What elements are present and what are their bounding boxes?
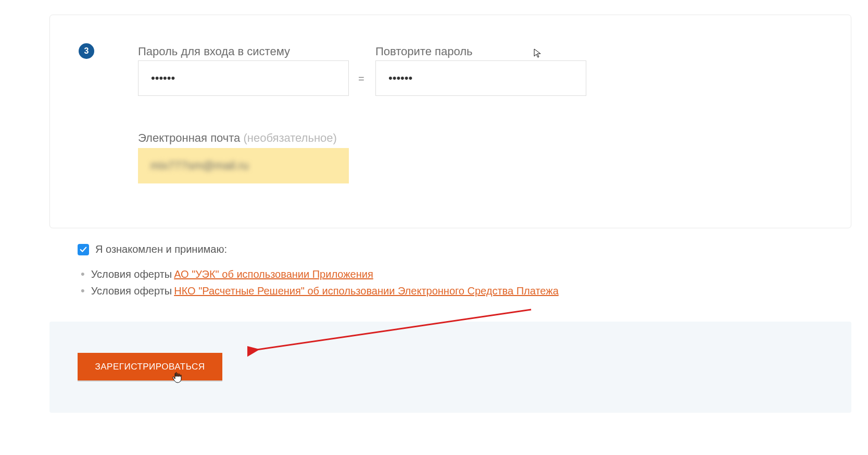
repeat-password-input[interactable] xyxy=(375,60,586,96)
list-item: Условия оферты АО "УЭК" об использовании… xyxy=(81,266,559,282)
email-optional-hint: (необязательное) xyxy=(243,131,336,144)
step-badge: 3 xyxy=(79,43,94,59)
consent-row: Я ознакомлен и принимаю: xyxy=(78,243,227,255)
password-input[interactable] xyxy=(138,60,349,96)
step-number: 3 xyxy=(84,46,89,56)
repeat-password-label: Повторите пароль xyxy=(375,45,472,58)
consent-checkbox[interactable] xyxy=(78,244,89,255)
terms-link-nko[interactable]: НКО "Расчетные Решения" об использовании… xyxy=(174,285,559,297)
email-label: Электронная почта (необязательное) xyxy=(138,131,337,145)
email-value: mix777sm@mail.ru xyxy=(150,159,249,173)
consent-label: Я ознакомлен и принимаю: xyxy=(95,243,227,255)
list-item: Условия оферты НКО "Расчетные Решения" о… xyxy=(81,282,559,299)
terms-list: Условия оферты АО "УЭК" об использовании… xyxy=(81,266,559,299)
password-label: Пароль для входа в систему xyxy=(138,45,290,58)
equals-sign: = xyxy=(358,73,364,85)
check-icon xyxy=(80,246,87,253)
email-input[interactable]: mix777sm@mail.ru xyxy=(138,148,349,183)
terms-link-uek[interactable]: АО "УЭК" об использовании Приложения xyxy=(174,268,373,280)
register-button[interactable]: ЗАРЕГИСТРИРОВАТЬСЯ xyxy=(78,353,222,380)
